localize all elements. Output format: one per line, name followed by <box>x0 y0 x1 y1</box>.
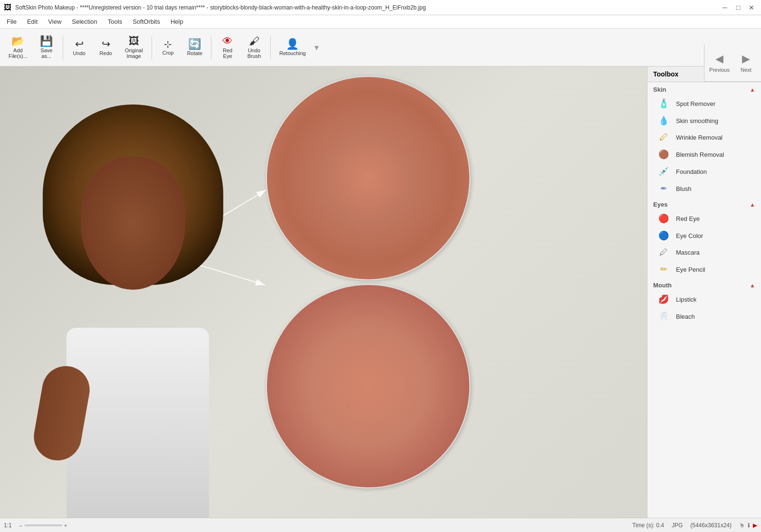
mouse-icon: 🖱 <box>739 522 745 529</box>
original-image-icon: 🖼 <box>129 36 139 47</box>
zoom-in-icon: + <box>64 522 67 528</box>
save-as-button[interactable]: 💾 Save as... <box>34 31 59 64</box>
eye-pencil-icon: ✏ <box>657 264 670 275</box>
eyes-section-label: Eyes <box>653 201 667 208</box>
redo-icon: ↪ <box>102 39 110 49</box>
separator-4 <box>270 36 271 59</box>
save-as-label: Save as... <box>40 48 52 59</box>
zoom-circle-top <box>266 76 470 280</box>
toolbox-eye-pencil[interactable]: ✏ Eye Pencil <box>649 261 759 277</box>
toolbar: 📂 Add File(s)... 💾 Save as... ↩ Undo ↪ R… <box>0 28 761 66</box>
menu-softorbits[interactable]: SoftOrbits <box>128 17 165 27</box>
menu-file[interactable]: File <box>2 17 21 27</box>
toolbox-spot-remover[interactable]: 🧴 Spot Remover <box>649 95 759 112</box>
title-bar: 🖼 SoftSkin Photo Makeup - ****Unregister… <box>0 0 761 15</box>
toolbox-mascara[interactable]: 🖊 Mascara <box>649 245 759 260</box>
toolbox-panel: Toolbox ✕ Skin ▲ 🧴 Spot Remover 💧 Skin s… <box>647 66 761 518</box>
original-image-button[interactable]: 🖼 Original Image <box>120 31 148 64</box>
info-icon: ℹ <box>748 522 750 529</box>
skin-texture-top <box>267 77 469 279</box>
app-icon: 🖼 <box>4 3 11 12</box>
undo-brush-button[interactable]: 🖌 Undo Brush <box>242 31 266 64</box>
menu-bar: File Edit View Selection Tools SoftOrbit… <box>0 15 761 28</box>
nav-area: ◀ Previous ▶ Next <box>704 44 761 82</box>
undo-brush-label: Undo Brush <box>247 48 261 59</box>
bleach-icon: 🦷 <box>657 311 670 322</box>
menu-selection[interactable]: Selection <box>67 17 102 27</box>
separator-1 <box>63 36 63 59</box>
undo-brush-icon: 🖌 <box>249 36 259 47</box>
eye-pencil-label: Eye Pencil <box>676 266 705 273</box>
red-eye-button[interactable]: 👁 Red Eye <box>215 31 240 64</box>
skin-smoothing-icon: 💧 <box>657 115 670 126</box>
status-icons: 🖱 ℹ ▶ <box>739 522 757 529</box>
menu-edit[interactable]: Edit <box>22 17 42 27</box>
wrinkle-removal-icon: 🖊 <box>657 133 670 142</box>
next-button[interactable]: ▶ Next <box>733 45 760 81</box>
window-controls: ─ □ ✕ <box>719 2 757 13</box>
play-icon: ▶ <box>753 522 757 529</box>
close-button[interactable]: ✕ <box>746 2 757 13</box>
main-layout: Toolbox ✕ Skin ▲ 🧴 Spot Remover 💧 Skin s… <box>0 66 761 518</box>
undo-label: Undo <box>73 50 86 56</box>
zoom-slider-area[interactable]: – + <box>19 522 67 528</box>
menu-tools[interactable]: Tools <box>103 17 127 27</box>
skin-smoothing-label: Skin smoothing <box>676 117 718 124</box>
toolbox-lipstick[interactable]: 💋 Lipstick <box>649 291 759 307</box>
previous-button[interactable]: ◀ Previous <box>706 45 733 81</box>
crop-button[interactable]: ⊹ Crop <box>156 31 181 64</box>
retouching-label: Retouching <box>279 50 306 56</box>
portrait-area <box>29 81 257 518</box>
minimize-button[interactable]: ─ <box>719 2 731 13</box>
redo-button[interactable]: ↪ Redo <box>94 31 118 64</box>
red-eye-label: Red Eye <box>676 215 700 222</box>
mascara-label: Mascara <box>676 249 700 256</box>
lipstick-label: Lipstick <box>676 296 696 303</box>
retouching-button[interactable]: 👤 Retouching <box>275 31 311 64</box>
time-label: Time (s): 0.4 <box>632 522 664 529</box>
rotate-label: Rotate <box>187 50 202 56</box>
blush-label: Blush <box>676 185 692 192</box>
add-file-button[interactable]: 📂 Add File(s)... <box>4 31 32 64</box>
status-right: Time (s): 0.4 JPG (5446x3631x24) 🖱 ℹ ▶ <box>632 522 757 529</box>
canvas-area[interactable] <box>0 66 647 518</box>
toolbox-foundation[interactable]: 💉 Foundation <box>649 163 759 180</box>
skin-section-header[interactable]: Skin ▲ <box>647 82 761 95</box>
zoom-out-icon: – <box>19 522 22 528</box>
maximize-button[interactable]: □ <box>732 2 744 13</box>
zoom-slider[interactable] <box>24 524 62 526</box>
more-tools-icon: ▾ <box>314 42 319 53</box>
eye-color-icon: 🔵 <box>657 230 670 241</box>
mouth-collapse-icon: ▲ <box>750 282 755 289</box>
status-bar: 1:1 – + Time (s): 0.4 JPG (5446x3631x24)… <box>0 518 761 532</box>
undo-button[interactable]: ↩ Undo <box>67 31 92 64</box>
toolbox-red-eye[interactable]: 🔴 Red Eye <box>649 210 759 227</box>
skin-section-label: Skin <box>653 86 666 93</box>
toolbox-blush[interactable]: ✒ Blush <box>649 180 759 197</box>
toolbox-wrinkle-removal[interactable]: 🖊 Wrinkle Removal <box>649 130 759 145</box>
previous-label: Previous <box>709 67 730 73</box>
redo-label: Redo <box>100 50 112 56</box>
next-label: Next <box>741 67 751 73</box>
format-label: JPG <box>672 522 683 529</box>
mouth-section-header[interactable]: Mouth ▲ <box>647 278 761 291</box>
rotate-button[interactable]: 🔄 Rotate <box>182 31 207 64</box>
skin-texture-bottom <box>267 285 469 487</box>
crop-icon: ⊹ <box>164 39 172 49</box>
eyes-section-header[interactable]: Eyes ▲ <box>647 197 761 210</box>
toolbox-eye-color[interactable]: 🔵 Eye Color <box>649 228 759 244</box>
toolbox-skin-smoothing[interactable]: 💧 Skin smoothing <box>649 113 759 129</box>
lipstick-icon: 💋 <box>657 294 670 304</box>
menu-help[interactable]: Help <box>166 17 188 27</box>
add-file-label: Add File(s)... <box>9 48 28 59</box>
skin-collapse-icon: ▲ <box>750 86 755 93</box>
face-shape <box>81 157 185 290</box>
dimensions-label: (5446x3631x24) <box>690 522 732 529</box>
toolbox-blemish-removal[interactable]: 🟤 Blemish Removal <box>649 146 759 162</box>
separator-2 <box>152 36 152 59</box>
spot-remover-label: Spot Remover <box>676 100 715 107</box>
menu-view[interactable]: View <box>43 17 66 27</box>
original-image-label: Original Image <box>125 48 143 59</box>
eyes-collapse-icon: ▲ <box>750 201 755 208</box>
toolbox-bleach[interactable]: 🦷 Bleach <box>649 308 759 324</box>
